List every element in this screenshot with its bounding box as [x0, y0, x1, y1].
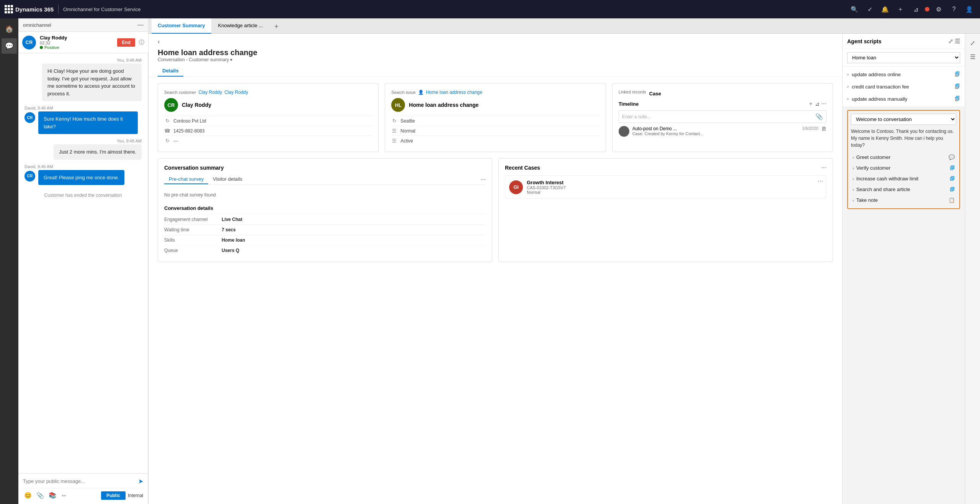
msg-meta-1: You, 9:48 AM [24, 58, 142, 62]
back-button[interactable]: ‹ [158, 38, 160, 45]
timeline-filter-btn[interactable]: ⊿ [815, 100, 820, 107]
panel-expand-btn[interactable]: ⤢ [948, 38, 953, 45]
settings-icon[interactable]: ⚙ [933, 3, 945, 15]
transfer-icon[interactable]: ↔ [60, 491, 68, 500]
session-minimize-btn[interactable]: — [137, 21, 144, 28]
recent-cases-title: Recent Cases [505, 165, 540, 171]
conv-tabs-more[interactable]: ⋯ [480, 177, 486, 183]
add-icon[interactable]: ＋ [894, 3, 906, 15]
send-icon[interactable]: ➤ [138, 478, 143, 485]
tab-knowledge-article[interactable]: Knowledge article ... [212, 18, 269, 34]
chat-toolbar: 😊 📎 📚 ↔ Public Internal [23, 488, 143, 500]
cash-limit-icon[interactable]: 🗐 [950, 176, 955, 182]
session-title: omnichannel [23, 22, 134, 28]
welcome-item-greet[interactable]: › Greet customer 💬 [851, 152, 956, 162]
script-copy-icon-2[interactable]: 🗐 [955, 96, 960, 102]
session-status: Positive [40, 45, 113, 50]
topbar-divider [58, 5, 59, 14]
recent-cases-more[interactable]: ⋯ [821, 165, 826, 171]
customer-link[interactable]: Clay Roddy [198, 90, 222, 95]
script-item-update-address-manually[interactable]: › update address manually 🗐 [843, 93, 965, 105]
tab-add-button[interactable]: ＋ [270, 21, 283, 31]
right-expand-icon[interactable]: ⤢ [967, 37, 979, 49]
welcome-item-search-share[interactable]: › Search and share article 🗐 [851, 184, 956, 195]
note-attachment-icon[interactable]: 📎 [815, 113, 823, 120]
customer-avatar: CR [164, 98, 178, 112]
script-item-update-address-online[interactable]: › update address online 🗐 [843, 68, 965, 80]
session-info-icon[interactable]: ⓘ [139, 39, 144, 46]
kb-icon[interactable]: 📚 [47, 491, 57, 500]
session-info: Clay Roddy 02:32 Positive [40, 35, 113, 50]
profile-icon[interactable]: 👤 [963, 3, 975, 15]
search-customer-label: Search customer Clay Roddy Clay Roddy [164, 90, 372, 95]
welcome-script-box: Welcome to conversation Welcome to Conto… [847, 110, 960, 209]
visitor-details-tab[interactable]: Visitor details [208, 175, 247, 184]
timeline-add-btn[interactable]: ＋ [808, 100, 813, 107]
bell-icon[interactable]: 🔔 [879, 3, 891, 15]
search-icon[interactable]: 🔍 [848, 3, 861, 15]
right-list-icon[interactable]: ☰ [967, 51, 979, 63]
session-avatar: CR [22, 36, 36, 49]
home-nav-icon[interactable]: 🏠 [2, 21, 17, 37]
session-header: omnichannel — [18, 18, 148, 32]
attachment-icon[interactable]: 📎 [35, 491, 45, 500]
timeline-actions: ＋ ⊿ ⋯ [808, 100, 826, 107]
filter-icon[interactable]: ⊿ [910, 3, 922, 15]
script-copy-icon-1[interactable]: 🗐 [955, 83, 960, 90]
timeline-entry-icon[interactable]: 🖹 [822, 126, 826, 137]
chat-messages: You, 9:48 AM Hi Clay! Hope your are doin… [18, 53, 148, 473]
linked-records-header: Linked records Case [619, 90, 826, 97]
verify-icon[interactable]: 🗐 [950, 165, 955, 171]
tab-customer-summary[interactable]: Customer Summary [152, 18, 211, 34]
agent-scripts-top: Agent scripts ⤢ ☰ Home loan [843, 34, 965, 107]
welcome-item-cash-limit[interactable]: › Increase cash withdraw limit 🗐 [851, 173, 956, 184]
msg-meta-2: David, 9:46 AM [24, 106, 142, 110]
conv-tabs: Pre-chat survey Visitor details ⋯ [164, 175, 486, 185]
public-button[interactable]: Public [101, 491, 126, 500]
welcome-item-verify[interactable]: › Verify customer 🗐 [851, 162, 956, 173]
timeline-more-btn[interactable]: ⋯ [821, 100, 826, 107]
cards-row: Search customer Clay Roddy Clay Roddy CR… [158, 83, 833, 152]
app-name: Dynamics 365 [15, 6, 54, 13]
help-icon[interactable]: ? [948, 3, 960, 15]
chat-nav-icon[interactable]: 💬 [2, 38, 17, 54]
session-panel: omnichannel — CR Clay Roddy 02:32 Positi… [18, 18, 149, 504]
internal-button[interactable]: Internal [128, 493, 143, 498]
checkmark-icon[interactable]: ✓ [864, 3, 876, 15]
script-item-credit-card[interactable]: › credit card transaction fee 🗐 [843, 80, 965, 93]
greet-icon[interactable]: 💬 [949, 154, 955, 160]
search-share-icon[interactable]: 🗐 [950, 187, 955, 192]
msg-bubble-3: Just 2 more mins. I'm almost there. [54, 144, 142, 160]
topbar-logo[interactable]: Dynamics 365 [5, 5, 54, 13]
linked-records-card: Linked records Case Timeline ＋ ⊿ ⋯ [612, 83, 833, 152]
chat-area: You, 9:48 AM Hi Clay! Hope your are doin… [18, 53, 148, 504]
msg-bubble-2: Sure Kenny! How much time does it take? [38, 111, 138, 134]
customer-card: Search customer Clay Roddy Clay Roddy CR… [158, 83, 379, 152]
msg-sender-row-4: CR Great! Please ping me once done. [24, 170, 142, 185]
details-tab[interactable]: Details [158, 65, 183, 77]
customer-avatar-row: CR Clay Roddy [164, 98, 372, 112]
customer-name: Clay Roddy [182, 102, 211, 108]
welcome-script-select[interactable]: Welcome to conversation [851, 114, 956, 125]
msg-sender-avatar-2: CR [24, 112, 35, 123]
message-3: You, 9:48 AM Just 2 more mins. I'm almos… [24, 139, 142, 160]
topbar: Dynamics 365 Omnichannel for Customer Se… [0, 0, 980, 18]
case-more-button[interactable]: ⋯ [818, 178, 823, 184]
script-select-dropdown[interactable]: Home loan [847, 52, 960, 63]
panel-list-btn[interactable]: ☰ [955, 38, 960, 45]
chat-input[interactable] [23, 478, 135, 484]
pre-chat-survey-tab[interactable]: Pre-chat survey [164, 175, 208, 184]
end-session-button[interactable]: End [117, 38, 135, 47]
emoji-icon[interactable]: 😊 [23, 491, 33, 500]
script-copy-icon-0[interactable]: 🗐 [955, 71, 960, 77]
welcome-item-take-note[interactable]: › Take note 📋 [851, 195, 956, 205]
session-item[interactable]: CR Clay Roddy 02:32 Positive End ⓘ [18, 32, 148, 53]
recent-case-info: Growth Interest CAS-01002-T3G5V7 Normal [527, 180, 822, 195]
msg-sender-avatar-4: CR [24, 171, 35, 182]
recent-cases-card: Recent Cases ⋯ GI Growth Interest CAS-01… [498, 158, 833, 262]
message-2: David, 9:46 AM CR Sure Kenny! How much t… [24, 106, 142, 134]
recent-case-item: GI Growth Interest CAS-01002-T3G5V7 Norm… [505, 175, 826, 199]
timeline-note-input[interactable]: Enter a note... 📎 [619, 110, 826, 123]
take-note-icon[interactable]: 📋 [949, 197, 955, 203]
issue-link[interactable]: 👤 [418, 90, 424, 95]
